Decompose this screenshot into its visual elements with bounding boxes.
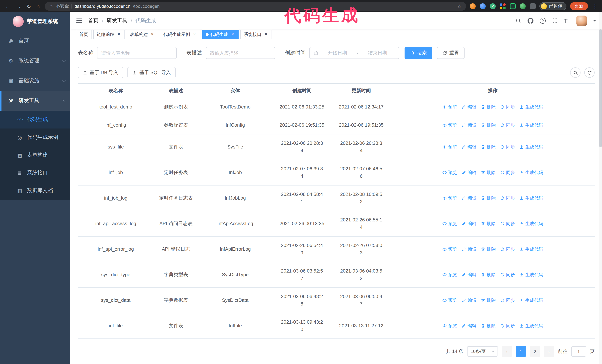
user-avatar[interactable] — [576, 15, 587, 26]
breadcrumb-dev-tools[interactable]: 研发工具 — [107, 17, 128, 24]
generate-code-link[interactable]: 生成代码 — [519, 169, 543, 176]
hamburger-menu-icon[interactable] — [76, 17, 82, 24]
delete-link[interactable]: 删除 — [481, 194, 496, 202]
preview-link[interactable]: 预览 — [442, 169, 457, 176]
tab-codegen-example[interactable]: 代码生成示例× — [160, 30, 200, 39]
forward-button[interactable]: → — [16, 3, 21, 9]
vue-devtools-extension-icon[interactable]: V — [490, 3, 496, 9]
generate-code-link[interactable]: 生成代码 — [519, 103, 543, 111]
edit-link[interactable]: 编辑 — [462, 322, 476, 330]
font-size-icon[interactable]: TT — [564, 18, 570, 23]
leaf-extension-icon[interactable] — [520, 3, 526, 9]
menu-kebab-icon[interactable]: ⋮ — [592, 3, 598, 9]
tab-tracing[interactable]: 链路追踪× — [93, 30, 125, 39]
back-button[interactable]: ← — [5, 3, 10, 9]
update-button[interactable]: 更新 — [570, 2, 588, 10]
sidebar-item-home[interactable]: ◉ 首页 — [0, 31, 70, 51]
refresh-table-button[interactable] — [584, 67, 595, 78]
fullscreen-icon[interactable] — [552, 18, 558, 23]
next-page-button[interactable]: › — [544, 346, 554, 357]
preview-link[interactable]: 预览 — [442, 122, 457, 129]
tab-system-api[interactable]: 系统接口× — [240, 30, 272, 39]
fox-extension-icon[interactable] — [470, 3, 476, 9]
home-button[interactable]: ⌂ — [36, 3, 40, 9]
sidebar-item-system-api[interactable]: ≣ 系统接口 — [0, 164, 70, 182]
delete-link[interactable]: 删除 — [481, 169, 496, 176]
tab-home[interactable]: 首页 — [76, 30, 92, 39]
preview-link[interactable]: 预览 — [442, 297, 457, 304]
sidebar-item-system[interactable]: ⚙ 系统管理 — [0, 51, 70, 71]
search-button[interactable]: 搜索 — [405, 47, 432, 59]
table-desc-input[interactable] — [206, 47, 275, 59]
sidebar-item-infra[interactable]: ▣ 基础设施 — [0, 71, 70, 91]
edit-link[interactable]: 编辑 — [462, 122, 476, 129]
sync-link[interactable]: 同步 — [500, 194, 515, 202]
delete-link[interactable]: 删除 — [481, 271, 496, 279]
close-icon[interactable]: × — [116, 32, 121, 37]
people-extension-icon[interactable] — [500, 3, 506, 9]
close-icon[interactable]: × — [263, 32, 269, 37]
edit-link[interactable]: 编辑 — [462, 271, 476, 279]
tab-form-builder[interactable]: 表单构建× — [127, 30, 158, 39]
page-size-select[interactable]: 10条/页 — [467, 346, 498, 357]
goto-page-input[interactable] — [571, 346, 586, 357]
close-icon[interactable]: × — [150, 32, 155, 37]
sync-link[interactable]: 同步 — [500, 297, 515, 304]
sync-link[interactable]: 同步 — [500, 143, 515, 151]
preview-link[interactable]: 预览 — [442, 143, 457, 151]
edit-link[interactable]: 编辑 — [462, 297, 476, 304]
reload-button[interactable]: ↻ — [27, 3, 31, 9]
date-range-picker[interactable]: 开始日期 - 结束日期 — [309, 47, 399, 59]
edit-link[interactable]: 编辑 — [462, 220, 476, 227]
breadcrumb-home[interactable]: 首页 — [88, 17, 98, 24]
delete-link[interactable]: 删除 — [481, 322, 496, 330]
preview-link[interactable]: 预览 — [442, 103, 457, 111]
scrollbar-track[interactable] — [599, 12, 602, 364]
sidebar-item-db-doc[interactable]: ▥ 数据库文档 — [0, 182, 70, 200]
delete-link[interactable]: 删除 — [481, 246, 496, 253]
page-button-1[interactable]: 1 — [516, 346, 526, 357]
profile-chip[interactable]: 已暂停 — [539, 2, 566, 10]
delete-link[interactable]: 删除 — [481, 297, 496, 304]
generate-code-link[interactable]: 生成代码 — [519, 194, 543, 202]
preview-link[interactable]: 预览 — [442, 271, 457, 279]
toggle-search-button[interactable] — [570, 67, 580, 78]
generate-code-link[interactable]: 生成代码 — [519, 246, 543, 253]
prev-page-button[interactable]: ‹ — [502, 346, 512, 357]
sync-link[interactable]: 同步 — [500, 122, 515, 129]
sync-link[interactable]: 同步 — [500, 169, 515, 176]
sync-link[interactable]: 同步 — [500, 322, 515, 330]
delete-link[interactable]: 删除 — [481, 122, 496, 129]
url-bar[interactable]: ⚠ 不安全 dashboard.yudao.iocoder.cn/tool/co… — [45, 2, 466, 10]
search-icon[interactable] — [515, 18, 521, 23]
generate-code-link[interactable]: 生成代码 — [519, 143, 543, 151]
sync-link[interactable]: 同步 — [500, 103, 515, 111]
import-sql-button[interactable]: 基于 SQL 导入 — [128, 67, 176, 78]
sync-link[interactable]: 同步 — [500, 220, 515, 227]
preview-link[interactable]: 预览 — [442, 194, 457, 202]
sync-link[interactable]: 同步 — [500, 271, 515, 279]
edit-link[interactable]: 编辑 — [462, 194, 476, 202]
delete-link[interactable]: 删除 — [481, 143, 496, 151]
page-button-2[interactable]: 2 — [530, 346, 540, 357]
delete-link[interactable]: 删除 — [481, 220, 496, 227]
sidebar-item-codegen[interactable]: </> 代码生成 — [0, 111, 70, 128]
tab-codegen[interactable]: 代码生成× — [202, 30, 239, 39]
generate-code-link[interactable]: 生成代码 — [519, 271, 543, 279]
edit-link[interactable]: 编辑 — [462, 169, 476, 176]
table-name-input[interactable] — [97, 47, 177, 59]
bookmark-star-icon[interactable]: ☆ — [457, 3, 462, 9]
scrollbar-thumb[interactable] — [599, 29, 602, 147]
sidebar-item-dev-tools[interactable]: ⚒ 研发工具 — [0, 91, 70, 111]
github-icon[interactable] — [527, 18, 533, 23]
puzzle-extensions-icon[interactable] — [530, 3, 536, 9]
preview-link[interactable]: 预览 — [442, 220, 457, 227]
help-icon[interactable]: ? — [540, 18, 546, 23]
drop-extension-icon[interactable] — [480, 3, 486, 9]
generate-code-link[interactable]: 生成代码 — [519, 297, 543, 304]
screenshot-extension-icon[interactable] — [510, 3, 516, 9]
sidebar-item-codegen-example[interactable]: ◎ 代码生成示例 — [0, 128, 70, 146]
delete-link[interactable]: 删除 — [481, 103, 496, 111]
generate-code-link[interactable]: 生成代码 — [519, 322, 543, 330]
preview-link[interactable]: 预览 — [442, 246, 457, 253]
